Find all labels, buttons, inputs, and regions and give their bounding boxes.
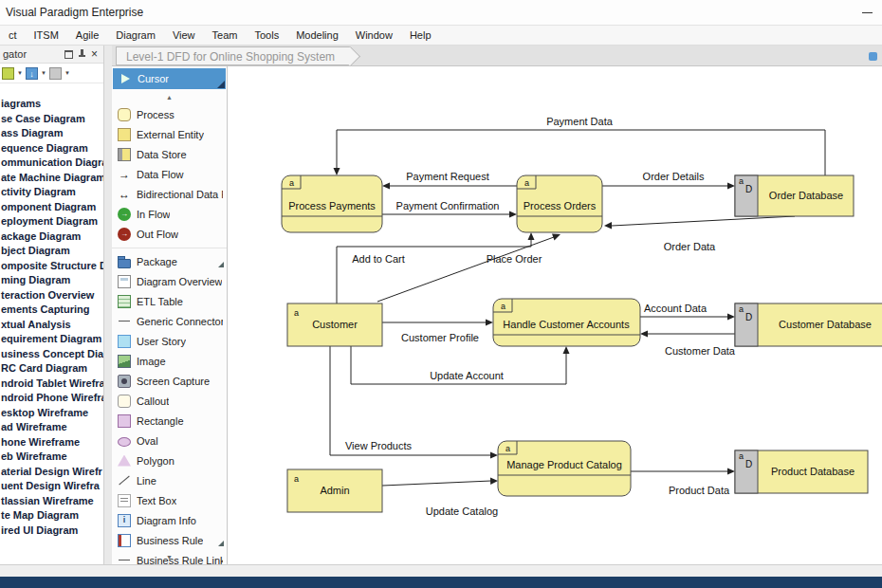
tree-item[interactable]: teraction Overview xyxy=(0,288,103,303)
tree-item[interactable]: uent Design Wirefra xyxy=(0,479,103,494)
palette-item-oval[interactable]: Oval xyxy=(112,431,227,450)
float-panel-icon[interactable] xyxy=(63,47,74,61)
new-diagram-icon[interactable] xyxy=(2,67,14,80)
palette-item-image[interactable]: Image xyxy=(112,351,227,371)
tree-item[interactable]: ctivity Diagram xyxy=(0,185,103,200)
palette-item-external-entity[interactable]: External Entity xyxy=(112,124,227,144)
flow-account-data[interactable]: Account Data xyxy=(640,303,735,321)
navigator-options-icon[interactable] xyxy=(49,67,62,80)
flow-place-order[interactable]: Place Order xyxy=(377,234,560,303)
flow-payment-confirmation[interactable]: Payment Confirmation xyxy=(382,200,517,218)
palette-item-user-story[interactable]: User Story xyxy=(112,331,227,351)
menu-modeling[interactable]: Modeling xyxy=(287,27,347,44)
tree-item[interactable]: omposite Structure D xyxy=(0,259,103,274)
palette-item-bidirectional-data-flow[interactable]: Bidirectional Data Flow xyxy=(112,184,227,204)
palette-item-polygon[interactable]: Polygon xyxy=(112,450,227,470)
flow-view-products[interactable]: View Products xyxy=(330,346,498,459)
tree-item[interactable]: te Map Diagram xyxy=(0,508,103,524)
palette-item-diagram-overview[interactable]: Diagram Overview xyxy=(112,271,227,291)
process-handle-customer-accounts[interactable]: a Handle Customer Accounts xyxy=(493,299,640,346)
palette-item-line[interactable]: Line xyxy=(112,470,227,490)
palette-item-text-box[interactable]: Text Box xyxy=(112,490,227,510)
menu-tools[interactable]: Tools xyxy=(246,27,287,44)
palette-item-etl-table[interactable]: ETL Table xyxy=(112,291,227,311)
flow-update-catalog[interactable]: Update Catalog xyxy=(382,478,498,518)
pin-panel-icon[interactable] xyxy=(76,47,87,61)
tree-item[interactable]: iagrams xyxy=(0,97,103,112)
tree-item[interactable]: ommunication Diagra xyxy=(0,156,103,171)
tree-item[interactable]: RC Card Diagram xyxy=(0,361,103,377)
menu-agile[interactable]: Agile xyxy=(67,27,107,44)
tree-item[interactable]: eb Wireframe xyxy=(0,450,103,465)
palette-item-diagram-info[interactable]: Diagram Info xyxy=(112,510,227,530)
datastore-customer-database[interactable]: a D Customer Database xyxy=(735,303,882,346)
process-process-payments[interactable]: a Process Payments xyxy=(282,175,382,232)
tree-item[interactable]: equirement Diagram xyxy=(0,332,103,347)
palette-item-process[interactable]: Process xyxy=(112,104,227,124)
palette-item-package[interactable]: Package xyxy=(112,251,227,271)
tree-item[interactable]: ass Diagram xyxy=(0,126,103,141)
tree-item[interactable]: ad Wireframe xyxy=(0,420,103,435)
palette-scroll-down-icon[interactable] xyxy=(112,553,227,562)
sort-diagrams-icon[interactable] xyxy=(26,67,38,80)
palette-item-rectangle[interactable]: Rectangle xyxy=(112,411,227,431)
flow-customer-data[interactable]: Customer Data xyxy=(640,331,736,358)
tree-item[interactable]: hone Wireframe xyxy=(0,435,103,450)
tree-item[interactable]: ming Diagram xyxy=(0,273,103,288)
tree-item[interactable]: esktop Wireframe xyxy=(0,406,103,421)
palette-item-callout[interactable]: Callout xyxy=(112,391,227,411)
tree-item[interactable]: ate Machine Diagram xyxy=(0,171,103,186)
entity-customer[interactable]: a Customer xyxy=(287,303,382,346)
palette-item-screen-capture[interactable]: Screen Capture xyxy=(112,371,227,391)
tab-list-icon[interactable] xyxy=(869,52,877,61)
palette-item-business-rule[interactable]: Business Rule xyxy=(112,530,227,550)
palette-item-generic-connector[interactable]: Generic Connector xyxy=(112,311,227,331)
tree-item[interactable]: aterial Design Wirefr xyxy=(0,465,103,480)
menu-help[interactable]: Help xyxy=(401,27,440,44)
options-caret-icon[interactable] xyxy=(64,67,70,80)
sort-caret-icon[interactable] xyxy=(41,67,46,80)
flow-order-details[interactable]: Order Details xyxy=(602,171,735,190)
tree-item[interactable]: usiness Concept Diag xyxy=(0,347,103,362)
flow-product-data[interactable]: Product Data xyxy=(631,469,735,497)
menu-project[interactable]: ct xyxy=(0,27,26,44)
palette-item-out-flow[interactable]: Out Flow xyxy=(112,224,227,244)
flow-payment-data[interactable]: Payment Data xyxy=(334,116,826,175)
palette-item-in-flow[interactable]: In Flow xyxy=(112,204,227,224)
diagram-canvas[interactable]: Payment Data Payment Request Payment Con… xyxy=(228,66,882,564)
diagram-tab[interactable]: Level-1 DFD for Online Shopping System xyxy=(116,46,350,65)
tree-item[interactable]: equence Diagram xyxy=(0,141,103,156)
flow-customer-profile[interactable]: Customer Profile xyxy=(382,320,493,344)
tree-item[interactable]: ndroid Tablet Wirefra xyxy=(0,377,103,392)
tree-item[interactable]: bject Diagram xyxy=(0,244,103,259)
palette-scroll-up-icon[interactable] xyxy=(112,93,227,102)
palette-item-cursor[interactable]: Cursor xyxy=(113,68,226,89)
flow-payment-request[interactable]: Payment Request xyxy=(382,171,517,190)
menu-diagram[interactable]: Diagram xyxy=(107,27,164,44)
new-diagram-caret-icon[interactable] xyxy=(17,67,23,80)
tree-item[interactable]: ndroid Phone Wirefra xyxy=(0,391,103,406)
flow-add-to-cart[interactable]: Add to Cart xyxy=(337,232,535,303)
tree-item[interactable]: eployment Diagram xyxy=(0,214,103,230)
flow-order-data[interactable]: Order Data xyxy=(604,216,795,252)
process-manage-product-catalog[interactable]: a Manage Product Catalog xyxy=(498,441,631,496)
close-panel-icon[interactable] xyxy=(89,47,101,61)
palette-item-data-flow[interactable]: Data Flow xyxy=(112,164,227,184)
tree-item[interactable]: ements Capturing xyxy=(0,303,103,318)
tree-item[interactable]: xtual Analysis xyxy=(0,318,103,333)
flow-update-account[interactable]: Update Account xyxy=(351,346,570,384)
tree-item[interactable]: se Case Diagram xyxy=(0,112,103,127)
palette-item-data-store[interactable]: Data Store xyxy=(112,144,227,164)
menu-view[interactable]: View xyxy=(164,27,204,44)
datastore-order-database[interactable]: a D Order Database xyxy=(735,175,854,216)
tree-item[interactable]: omponent Diagram xyxy=(0,200,103,215)
menu-itsm[interactable]: ITSM xyxy=(26,27,67,44)
entity-admin[interactable]: a Admin xyxy=(287,469,382,512)
tree-item[interactable]: tlassian Wireframe xyxy=(0,494,103,509)
menu-team[interactable]: Team xyxy=(204,27,247,44)
tree-item[interactable]: ackage Diagram xyxy=(0,230,103,245)
datastore-product-database[interactable]: a D Product Database xyxy=(735,450,868,493)
process-process-orders[interactable]: a Process Orders xyxy=(517,175,602,232)
tree-item[interactable]: ired UI Diagram xyxy=(0,524,103,539)
minimize-button[interactable] xyxy=(862,12,873,13)
